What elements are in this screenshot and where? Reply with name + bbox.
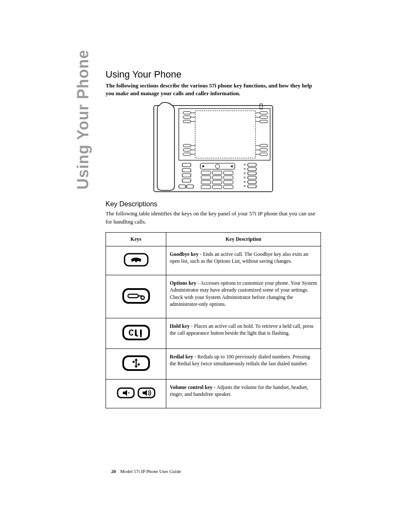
svg-rect-41	[201, 180, 211, 184]
svg-rect-5	[183, 120, 191, 123]
svg-rect-47	[248, 163, 256, 166]
volume-key-icon	[117, 387, 156, 400]
svg-rect-9	[183, 144, 191, 147]
svg-rect-6	[260, 112, 268, 114]
svg-rect-40	[224, 176, 233, 179]
svg-rect-66	[140, 330, 142, 336]
page-footer: 20Model 57i IP Phone User Guide	[111, 469, 181, 474]
svg-rect-28	[182, 168, 191, 172]
svg-rect-12	[260, 144, 268, 147]
svg-rect-43	[224, 180, 233, 184]
svg-rect-50	[248, 176, 256, 179]
svg-rect-27	[182, 163, 191, 167]
svg-point-61	[135, 260, 137, 262]
svg-point-53	[244, 164, 246, 165]
svg-rect-13	[260, 149, 268, 151]
svg-rect-42	[212, 180, 222, 184]
svg-rect-3	[183, 112, 191, 114]
table-row: Volume control key - Adjusts the volume …	[106, 379, 321, 408]
svg-rect-10	[183, 149, 191, 151]
svg-point-70	[132, 361, 134, 363]
svg-rect-51	[248, 180, 256, 184]
options-key-icon	[122, 288, 150, 306]
svg-rect-7	[260, 116, 268, 118]
redial-key-desc: Redial key - Redials up to 100 previousl…	[166, 348, 321, 379]
svg-rect-38	[201, 176, 211, 179]
svg-rect-49	[248, 172, 256, 175]
page-number: 20	[111, 469, 116, 474]
volume-key-desc: Volume control key - Adjusts the volume …	[166, 379, 321, 408]
svg-rect-52	[248, 185, 256, 188]
subintro-text: The following table identifies the keys …	[106, 210, 321, 226]
svg-point-55	[244, 173, 246, 174]
subheading: Key Descriptions	[106, 200, 321, 208]
hold-key-icon	[122, 324, 150, 342]
svg-rect-45	[212, 185, 222, 189]
svg-rect-2	[195, 111, 255, 158]
svg-point-58	[244, 186, 246, 187]
redial-key-icon	[122, 355, 150, 373]
svg-rect-14	[260, 153, 268, 156]
intro-text: The following sections describe the vari…	[106, 82, 321, 97]
svg-rect-39	[212, 176, 222, 179]
svg-rect-37	[224, 171, 233, 174]
svg-rect-30	[182, 179, 191, 182]
svg-rect-59	[260, 104, 262, 109]
svg-rect-44	[201, 185, 211, 189]
hold-key-desc: Hold key - Places an active call on hold…	[166, 318, 321, 348]
goodbye-key-icon	[123, 252, 149, 269]
svg-rect-35	[201, 171, 211, 174]
table-row: Goodbye key - Ends an active call. The G…	[106, 246, 321, 275]
svg-rect-32	[187, 185, 193, 188]
goodbye-key-desc: Goodbye key - Ends an active call. The G…	[166, 246, 321, 275]
svg-point-67	[140, 336, 142, 337]
table-header-keys: Keys	[106, 232, 166, 246]
svg-rect-46	[224, 185, 233, 189]
svg-point-74	[128, 392, 129, 394]
svg-rect-31	[179, 185, 186, 188]
phone-diagram	[106, 102, 321, 193]
table-row: Redial key - Redials up to 100 previousl…	[106, 348, 321, 379]
key-descriptions-table: Keys Key Description	[106, 232, 321, 409]
svg-rect-4	[183, 116, 191, 118]
svg-point-34	[215, 164, 220, 168]
svg-rect-48	[248, 168, 256, 171]
phone-illustration-icon	[153, 102, 274, 193]
svg-rect-1	[179, 109, 270, 160]
svg-rect-11	[183, 153, 191, 156]
footer-title: Model 57i IP Phone User Guide	[120, 469, 181, 474]
table-row: Hold key - Places an active call on hold…	[106, 318, 321, 348]
svg-point-56	[244, 177, 246, 178]
svg-rect-36	[212, 171, 222, 174]
options-key-desc: Options key - Accesses options to custom…	[166, 275, 321, 318]
svg-rect-62	[123, 289, 149, 303]
page-heading: Using Your Phone	[106, 69, 321, 80]
svg-rect-29	[182, 174, 191, 177]
svg-point-54	[244, 168, 246, 170]
table-row: Options key - Accesses options to custom…	[106, 275, 321, 318]
table-header-desc: Key Description	[166, 232, 321, 246]
svg-point-71	[137, 363, 140, 365]
svg-rect-8	[260, 120, 268, 123]
svg-point-57	[244, 181, 246, 183]
